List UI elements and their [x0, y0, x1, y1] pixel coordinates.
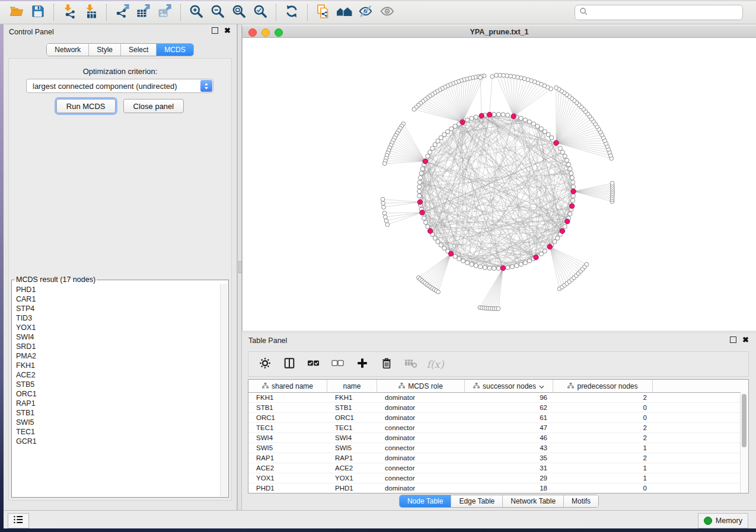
- table-cell[interactable]: ORC1: [248, 413, 327, 422]
- search-input[interactable]: [588, 8, 738, 17]
- show-panels-button[interactable]: [8, 513, 29, 528]
- mcds-result-item[interactable]: TEC1: [16, 427, 221, 437]
- vertical-splitter[interactable]: [237, 24, 242, 510]
- table-cell[interactable]: 29: [465, 473, 553, 483]
- tab-style[interactable]: Style: [88, 44, 120, 56]
- mcds-result-item[interactable]: YOX1: [16, 323, 221, 332]
- table-cell[interactable]: SWI5: [327, 443, 377, 453]
- mcds-result-item[interactable]: ACE2: [16, 370, 221, 380]
- table-cell[interactable]: 62: [465, 403, 553, 412]
- zoom-out-button[interactable]: [207, 3, 228, 22]
- column-header-successor-nodes[interactable]: successor nodes: [465, 380, 553, 392]
- table-cell[interactable]: connector: [377, 463, 465, 473]
- table-cell[interactable]: SWI4: [327, 433, 377, 443]
- duplicate-network-button[interactable]: [312, 3, 334, 22]
- delete-row-button[interactable]: [379, 357, 394, 372]
- tab-motifs[interactable]: Motifs: [563, 495, 598, 507]
- table-cell[interactable]: ORC1: [327, 413, 377, 422]
- table-cell[interactable]: PHD1: [248, 483, 327, 493]
- table-row[interactable]: PHD1PHD1dominator180: [248, 483, 748, 493]
- table-cell[interactable]: 0: [553, 413, 653, 422]
- table-cell[interactable]: FKH1: [327, 393, 377, 402]
- mcds-result-list[interactable]: PHD1CAR1STP4TID3YOX1SWI4SRD1PMA2FKH1ACE2…: [12, 284, 221, 496]
- mcds-result-item[interactable]: FKH1: [16, 361, 221, 370]
- table-cell[interactable]: 2: [553, 393, 653, 402]
- tab-node-table[interactable]: Node Table: [400, 495, 451, 507]
- table-scrollbar[interactable]: [740, 392, 748, 493]
- column-header-MCDS-role[interactable]: MCDS role: [377, 380, 465, 392]
- minimize-window-button[interactable]: [261, 28, 270, 37]
- table-cell[interactable]: 2: [553, 433, 653, 443]
- float-panel-icon[interactable]: [212, 27, 218, 34]
- close-panel-icon[interactable]: ✖: [224, 27, 231, 34]
- mcds-result-item[interactable]: SRD1: [16, 342, 221, 351]
- table-cell[interactable]: connector: [377, 443, 465, 453]
- mcds-result-item[interactable]: PHD1: [16, 285, 221, 294]
- mcds-result-item[interactable]: STB1: [16, 408, 221, 418]
- mcds-result-item[interactable]: CAR1: [16, 294, 221, 304]
- hide-selected-button[interactable]: [355, 3, 377, 22]
- table-row[interactable]: ACE2ACE2connector311: [248, 463, 748, 473]
- network-graph[interactable]: [243, 38, 755, 331]
- table-cell[interactable]: 2: [553, 453, 653, 463]
- table-cell[interactable]: TEC1: [327, 423, 377, 432]
- run-mcds-button[interactable]: Run MCDS: [56, 99, 116, 113]
- table-row[interactable]: YOX1YOX1connector291: [248, 473, 748, 483]
- export-table-button[interactable]: [133, 3, 154, 22]
- export-network-button[interactable]: [111, 3, 133, 22]
- table-cell[interactable]: dominator: [377, 413, 465, 422]
- mcds-result-item[interactable]: RAP1: [16, 399, 221, 408]
- table-cell[interactable]: RAP1: [248, 453, 327, 463]
- deselect-all-button[interactable]: [330, 357, 346, 372]
- column-header-shared-name[interactable]: shared name: [248, 380, 327, 392]
- table-cell[interactable]: 0: [553, 403, 653, 412]
- table-cell[interactable]: 35: [465, 453, 553, 463]
- mcds-result-item[interactable]: TID3: [16, 313, 221, 323]
- table-cell[interactable]: STB1: [327, 403, 377, 412]
- memory-button[interactable]: Memory: [698, 513, 748, 528]
- zoom-fit-button[interactable]: [228, 3, 250, 22]
- table-cell[interactable]: 47: [465, 423, 553, 432]
- table-cell[interactable]: dominator: [377, 393, 465, 402]
- table-cell[interactable]: 46: [465, 433, 553, 443]
- table-cell[interactable]: TEC1: [248, 423, 327, 432]
- first-neighbors-button[interactable]: [334, 3, 355, 22]
- table-cell[interactable]: FKH1: [248, 393, 327, 402]
- delete-table-button[interactable]: [403, 357, 419, 372]
- tab-select[interactable]: Select: [120, 44, 156, 56]
- table-cell[interactable]: dominator: [377, 483, 465, 493]
- tab-edge-table[interactable]: Edge Table: [451, 495, 502, 507]
- mcds-result-item[interactable]: ORC1: [16, 389, 221, 399]
- table-cell[interactable]: STB1: [248, 403, 327, 412]
- save-session-button[interactable]: [27, 3, 49, 22]
- table-row[interactable]: ORC1ORC1dominator610: [248, 413, 748, 423]
- table-row[interactable]: SWI4SWI4dominator462: [248, 433, 748, 443]
- mcds-result-item[interactable]: GCR1: [16, 437, 221, 446]
- maximize-window-button[interactable]: [275, 28, 283, 37]
- select-all-button[interactable]: [306, 357, 321, 372]
- open-file-button[interactable]: [6, 3, 27, 22]
- table-row[interactable]: STB1STB1dominator620: [248, 403, 748, 413]
- table-cell[interactable]: PHD1: [327, 483, 377, 493]
- zoom-in-button[interactable]: [186, 3, 207, 22]
- table-cell[interactable]: SWI5: [248, 443, 327, 453]
- table-cell[interactable]: YOX1: [327, 473, 377, 483]
- node-table[interactable]: shared namenameMCDS rolesuccessor nodesp…: [248, 379, 749, 493]
- table-cell[interactable]: connector: [377, 423, 465, 432]
- table-cell[interactable]: dominator: [377, 453, 465, 463]
- table-cell[interactable]: 1: [553, 443, 653, 453]
- column-header-name[interactable]: name: [327, 380, 377, 392]
- mcds-result-item[interactable]: STP4: [16, 304, 221, 313]
- table-cell[interactable]: ACE2: [327, 463, 377, 473]
- mcds-result-item[interactable]: SWI4: [16, 332, 221, 342]
- optimization-criterion-select[interactable]: largest connected component (undirected): [26, 79, 213, 93]
- import-table-button[interactable]: [80, 3, 101, 22]
- table-cell[interactable]: 31: [465, 463, 553, 473]
- zoom-selected-button[interactable]: [250, 3, 271, 22]
- add-row-button[interactable]: [355, 357, 370, 372]
- table-cell[interactable]: YOX1: [248, 473, 327, 483]
- table-cell[interactable]: 2: [553, 423, 653, 432]
- column-header-predecessor-nodes[interactable]: predecessor nodes: [553, 380, 653, 392]
- tab-network[interactable]: Network: [47, 44, 88, 56]
- toggle-columns-button[interactable]: [282, 357, 297, 372]
